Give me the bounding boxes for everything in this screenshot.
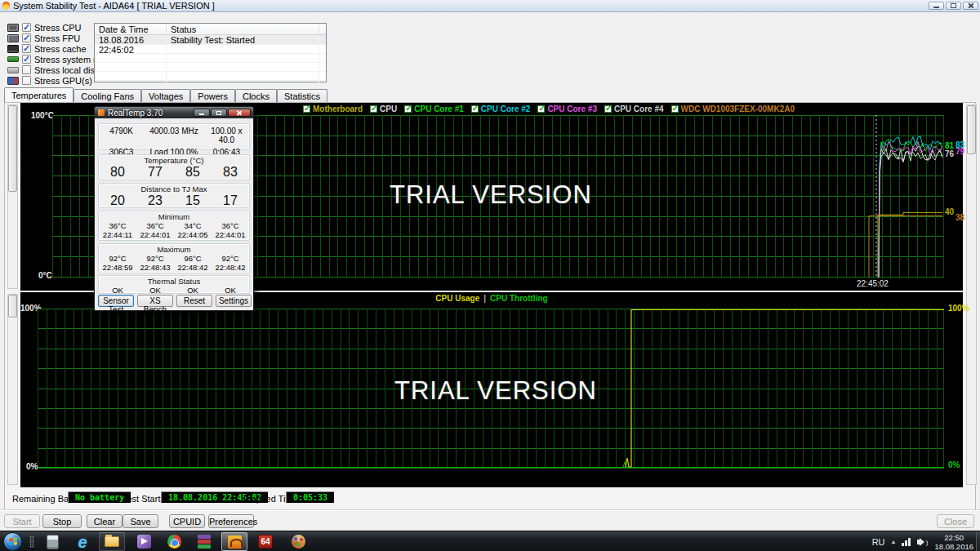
tab-statistics[interactable]: Statistics: [277, 89, 327, 102]
legend-item: CPU: [370, 104, 397, 113]
minimize-button[interactable]: [929, 2, 944, 10]
legend-separator: |: [483, 294, 486, 303]
stress-checkbox[interactable]: [22, 44, 31, 53]
tab-temperatures[interactable]: Temperatures: [4, 87, 74, 102]
realtemp-icon: [228, 535, 242, 549]
realtemp-value: 23: [136, 193, 174, 208]
legend-checkbox[interactable]: [537, 105, 545, 113]
taskbar-file-explorer-icon[interactable]: [99, 532, 125, 551]
show-desktop-button[interactable]: [976, 531, 980, 551]
realtemp-title: RealTemp 3.70: [108, 109, 163, 118]
hidden-icons-arrow[interactable]: ▲: [891, 539, 897, 544]
legend-label: WDC WD1003FZEX-00MK2A0: [681, 104, 795, 113]
taskbar-winrar-icon[interactable]: [191, 532, 217, 551]
language-indicator[interactable]: RU: [872, 537, 885, 547]
legend-checkbox[interactable]: [370, 105, 377, 113]
start-button[interactable]: [3, 532, 22, 551]
stop-button[interactable]: Stop: [42, 514, 82, 528]
log-column-header[interactable]: Status: [167, 24, 319, 34]
realtemp-value: OK: [174, 286, 212, 295]
log-cell: [95, 54, 167, 62]
legend-checkbox[interactable]: [471, 105, 479, 113]
tab-powers[interactable]: Powers: [190, 89, 235, 102]
preferences-button[interactable]: Preferences: [208, 514, 254, 528]
taskbar-internet-explorer-icon[interactable]: e: [69, 532, 96, 551]
realtemp-minimize-button[interactable]: [194, 109, 210, 117]
aida64-app-icon: [2, 2, 10, 10]
cpu-icon: [7, 24, 19, 32]
realtemp-section-header: Distance to TJ Max: [99, 184, 249, 193]
legend-checkbox[interactable]: [671, 105, 679, 113]
realtemp-info-box: 4790K4000.03 MHz100.00 x 40.0 306C3Load …: [98, 123, 250, 150]
realtemp-value: 34°C: [174, 221, 212, 230]
realtemp-maximize-button[interactable]: [211, 109, 227, 117]
realtemp-info-value: 100.00 x 40.0: [204, 127, 249, 144]
volume-icon[interactable]: ): [917, 537, 929, 547]
legend-item: CPU Core #4: [604, 104, 664, 113]
realtemp-button-xs-bench[interactable]: XS Bench: [137, 295, 173, 307]
file-explorer-icon: [105, 536, 119, 547]
realtemp-value: 36°C: [212, 221, 249, 230]
taskbar-chrome-icon[interactable]: [161, 532, 187, 551]
stress-checkbox[interactable]: [22, 65, 31, 74]
stress-checkbox[interactable]: [22, 76, 31, 85]
tab-cooling-fans[interactable]: Cooling Fans: [74, 89, 141, 102]
taskbar-kmplayer-icon[interactable]: [131, 532, 157, 551]
log-row[interactable]: 18.08.2016 22:45:02Stability Test: Start…: [95, 35, 326, 44]
clock[interactable]: 22:50 18.08.2016: [934, 533, 978, 551]
save-button[interactable]: Save: [122, 514, 158, 528]
realtemp-value-row: 80778583: [99, 165, 249, 180]
realtemp-value: 22:48:42: [174, 263, 212, 272]
series-value-label: 76: [945, 149, 954, 158]
log-row-spacer: [319, 72, 326, 80]
calculator-icon: [47, 535, 59, 549]
chart1-scrollbar[interactable]: [7, 104, 18, 289]
maximize-button[interactable]: [946, 2, 961, 10]
taskbar-realtemp-icon[interactable]: [221, 532, 247, 551]
stress-checkbox[interactable]: [22, 55, 31, 64]
clear-button[interactable]: Clear: [87, 514, 122, 528]
realtemp-value-row: 22:44:1122:44:0122:44:0522:44:01: [99, 230, 249, 239]
close-button[interactable]: [963, 2, 978, 10]
network-icon[interactable]: [902, 537, 911, 546]
legend-label: CPU Usage: [435, 294, 479, 303]
stress-checkbox[interactable]: [22, 33, 31, 42]
legend-label: CPU Core #2: [481, 104, 531, 113]
realtemp-info-value: 4000.03 MHz: [144, 127, 204, 144]
log-column-header[interactable]: Date & Time: [95, 24, 167, 34]
temperature-legend: MotherboardCPUCPU Core #1CPU Core #2CPU …: [303, 104, 795, 113]
tab-voltages[interactable]: Voltages: [141, 89, 190, 102]
cpuid-button[interactable]: CPUID: [169, 514, 205, 528]
legend-item: Motherboard: [303, 104, 363, 113]
title-bar: System Stability Test - AIDA64 [ TRIAL V…: [0, 0, 980, 12]
taskbar: e64 RU ▲ ) 22:50 18.08.2016: [0, 531, 980, 551]
tray-date: 18.08.2016: [934, 542, 973, 551]
realtemp-button-reset[interactable]: Reset: [176, 295, 212, 307]
realtemp-title-bar[interactable]: RealTemp 3.70: [95, 107, 253, 118]
tab-clocks[interactable]: Clocks: [235, 89, 277, 102]
taskbar-paint-icon[interactable]: [285, 532, 311, 551]
internet-explorer-icon: e: [78, 535, 87, 549]
chart2-scrollbar[interactable]: [7, 294, 18, 485]
realtemp-button-sensor-test[interactable]: Sensor Test: [98, 295, 134, 307]
realtemp-window: RealTemp 3.70 4790K4000.03 MHz100.00 x 4…: [94, 106, 254, 311]
stress-checkbox[interactable]: [22, 23, 31, 32]
realtemp-section-distance-to-tj-max: Distance to TJ Max20231517: [98, 183, 250, 208]
taskbar-aida64-icon[interactable]: 64: [252, 532, 278, 551]
legend-checkbox[interactable]: [404, 105, 412, 113]
series-value-label: 79: [956, 147, 964, 156]
legend-checkbox[interactable]: [604, 105, 612, 113]
taskbar-calculator-icon[interactable]: [39, 532, 65, 551]
chrome-icon: [167, 535, 181, 549]
log-empty-row: [95, 71, 326, 80]
realtemp-close-button[interactable]: [228, 109, 251, 117]
realtemp-value: 22:44:11: [99, 230, 136, 239]
log-header-spacer: [319, 24, 326, 34]
legend-label: CPU: [380, 104, 397, 113]
aida64-icon: 64: [258, 535, 273, 549]
legend-checkbox[interactable]: [303, 105, 310, 113]
realtemp-button-settings[interactable]: Settings: [216, 295, 252, 307]
system-tray: RU ▲ ) 22:50 18.08.2016: [872, 531, 978, 551]
chart-right-scrollbar[interactable]: [966, 104, 977, 485]
realtemp-section-thermal-status: Thermal StatusOKOKOKOK: [98, 275, 250, 294]
